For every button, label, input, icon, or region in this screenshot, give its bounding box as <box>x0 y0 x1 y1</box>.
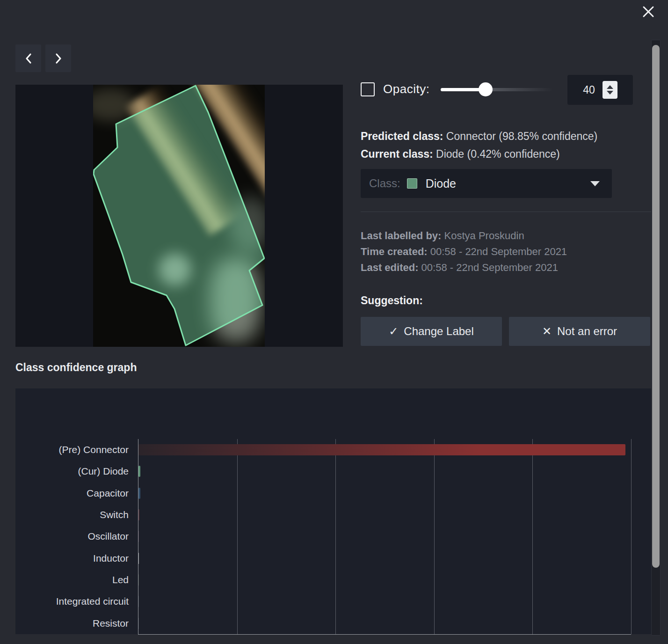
current-class-value: Diode (0.42% confidence) <box>436 148 560 160</box>
chart-bar <box>138 488 140 499</box>
chart-bar <box>138 553 139 564</box>
classification-summary: Predicted class: Connector (98.85% confi… <box>361 127 597 163</box>
section-divider <box>361 212 653 212</box>
chart-bar <box>138 618 139 629</box>
annotation-polygon-shape[interactable] <box>94 86 264 345</box>
check-icon: ✓ <box>389 325 398 338</box>
chart-bar <box>138 596 139 607</box>
predicted-class-line: Predicted class: Connector (98.85% confi… <box>361 127 597 145</box>
chart-category-label: Switch <box>15 504 129 526</box>
chart-category-label: Integrated circuit <box>15 591 129 612</box>
opacity-checkbox[interactable] <box>361 82 375 96</box>
chart-category-label: Capacitor <box>15 483 129 504</box>
chart-bar <box>138 531 139 542</box>
chart-category-label: Resistor <box>15 613 129 634</box>
label-metadata: Last labelled by: Kostya Proskudin Time … <box>361 228 567 276</box>
chart-category-label: Led <box>15 569 129 591</box>
stepper-down-icon[interactable] <box>607 91 613 95</box>
time-created-line: Time created: 00:58 - 22nd September 202… <box>361 244 567 260</box>
last-edited-label: Last edited: <box>361 262 418 273</box>
opacity-controls: Opacity: <box>361 82 553 96</box>
chart-bar <box>138 509 139 520</box>
change-label-text: Change Label <box>404 325 473 338</box>
chart-plot <box>138 439 631 635</box>
current-class-line: Current class: Diode (0.42% confidence) <box>361 145 597 163</box>
opacity-number-input[interactable]: 40 <box>567 75 633 105</box>
scrollbar-thumb[interactable] <box>652 45 660 568</box>
chart-bar <box>138 444 625 455</box>
chart-heading: Class confidence graph <box>15 361 137 374</box>
chart-gridline <box>631 439 632 634</box>
chevron-down-icon <box>590 181 600 186</box>
labelled-by-line: Last labelled by: Kostya Proskudin <box>361 228 567 244</box>
x-icon: ✕ <box>542 325 552 338</box>
opacity-stepper[interactable] <box>603 81 617 99</box>
predicted-class-label: Predicted class: <box>361 130 443 142</box>
time-created-label: Time created: <box>361 246 428 257</box>
vertical-scrollbar[interactable] <box>651 40 661 636</box>
chart-row <box>138 548 631 569</box>
chart-category-label: Inductor <box>15 548 129 569</box>
chart-labels: (Pre) Connector(Cur) DiodeCapacitorSwitc… <box>15 439 129 634</box>
stepper-up-icon[interactable] <box>607 85 613 89</box>
chevron-left-icon <box>24 52 33 65</box>
time-created-value: 00:58 - 22nd September 2021 <box>430 246 567 257</box>
chart-bar <box>138 574 139 585</box>
chart-row <box>138 461 631 482</box>
predicted-class-value: Connector (98.85% confidence) <box>446 130 597 142</box>
component-photo <box>93 85 265 347</box>
chart-row <box>138 591 631 612</box>
close-icon <box>642 5 655 18</box>
class-select-label: Class: <box>369 177 400 190</box>
chart-row <box>138 504 631 526</box>
close-button[interactable] <box>640 4 657 21</box>
chart-row <box>138 483 631 504</box>
opacity-slider-thumb[interactable] <box>479 82 493 96</box>
chart-row <box>138 526 631 547</box>
class-confidence-chart: (Pre) Connector(Cur) DiodeCapacitorSwitc… <box>15 388 653 634</box>
annotation-polygon[interactable] <box>93 85 265 347</box>
class-color-swatch <box>407 178 417 189</box>
class-select-dropdown[interactable]: Class: Diode <box>361 169 612 198</box>
last-edited-line: Last edited: 00:58 - 22nd September 2021 <box>361 260 567 276</box>
change-label-button[interactable]: ✓ Change Label <box>361 317 502 346</box>
image-viewer <box>15 85 343 347</box>
chevron-right-icon <box>54 52 63 65</box>
labelled-by-value: Kostya Proskudin <box>444 230 524 242</box>
chart-category-label: (Pre) Connector <box>15 439 129 461</box>
chart-row <box>138 569 631 591</box>
chart-bar <box>138 466 140 477</box>
suggestion-title: Suggestion: <box>361 294 423 307</box>
suggestion-actions: ✓ Change Label ✕ Not an error <box>361 317 650 346</box>
annotation-review-dialog: Opacity: 40 Predicted class: Connector (… <box>0 0 668 644</box>
not-an-error-button[interactable]: ✕ Not an error <box>509 317 650 346</box>
labelled-by-label: Last labelled by: <box>361 230 441 242</box>
opacity-value: 40 <box>583 84 595 96</box>
previous-image-button[interactable] <box>15 44 41 72</box>
not-an-error-text: Not an error <box>557 325 617 338</box>
opacity-slider[interactable] <box>441 82 553 96</box>
chart-category-label: (Cur) Diode <box>15 461 129 482</box>
current-class-label: Current class: <box>361 148 433 160</box>
chart-row <box>138 439 631 461</box>
opacity-label: Opacity: <box>383 82 429 96</box>
last-edited-value: 00:58 - 22nd September 2021 <box>421 262 558 273</box>
chart-category-label: Oscillator <box>15 526 129 547</box>
class-select-value: Diode <box>426 177 456 190</box>
chart-row <box>138 613 631 634</box>
next-image-button[interactable] <box>45 44 71 72</box>
